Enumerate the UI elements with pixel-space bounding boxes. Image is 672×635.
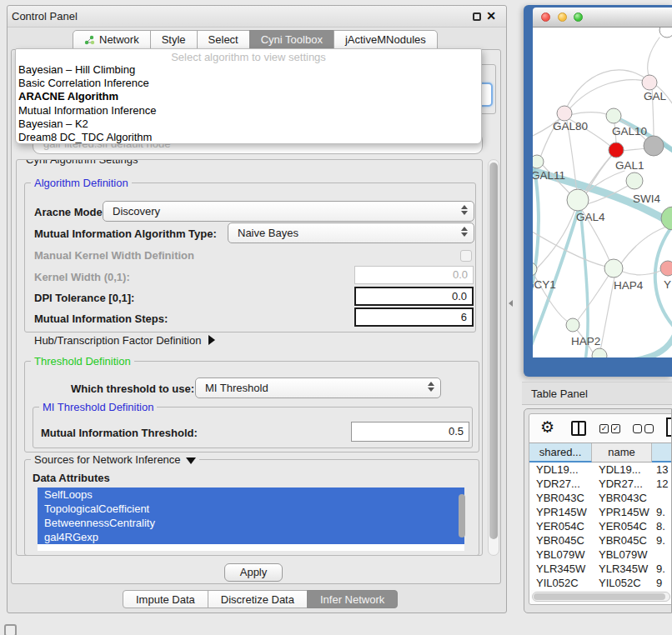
data-attributes-list[interactable]: SelfLoopsTopologicalCoefficientBetweenne… [38,488,464,551]
algorithm-option[interactable]: Basic Correlation Inference [16,77,481,90]
column-header-shared[interactable]: shared... [529,443,592,462]
dpi-tolerance-field[interactable]: 0.0 [354,287,474,306]
sources-group-title[interactable]: Sources for Network Inference [31,453,199,466]
minimized-panel-icon[interactable] [4,624,17,635]
checkbox-checked-icon[interactable]: ✓ [611,424,620,433]
apply-button[interactable]: Apply [224,563,283,582]
table-cell[interactable]: YDR27... [529,477,592,491]
settings-scrollbar[interactable] [488,159,499,556]
tab-select[interactable]: Select [197,30,250,49]
network-edge[interactable] [631,328,672,358]
hub-definition-expander[interactable]: Hub/Transcription Factor Definition [34,334,215,347]
table-cell[interactable]: YLR345W [592,562,652,576]
network-graph[interactable]: GALGAL80GAL10GAL1GAL11SWI4GAL4GCY1HAP4YH… [533,28,672,358]
network-edge[interactable] [569,112,609,115]
table-row[interactable]: YER054CYER054C8. [529,519,672,533]
table-cell[interactable]: YDR27... [592,477,652,491]
network-node-gal[interactable] [642,75,657,90]
table-cell[interactable]: YBL079W [529,548,592,562]
panel-divider-handle[interactable] [509,300,513,307]
table-row[interactable]: YPR145WYPR145W9. [529,505,672,519]
kernel-width-field[interactable]: 0.0 [354,266,474,284]
table-cell[interactable]: YBL079W [592,548,652,562]
table-row[interactable]: YIL052CYIL052C9 [529,576,672,590]
manual-kernel-checkbox[interactable] [460,250,472,262]
threshold-combo[interactable]: MI Threshold [195,378,441,398]
table-cell[interactable]: YBR043C [592,491,652,505]
network-node-gal11[interactable] [533,155,544,168]
tab-cyni-toolbox[interactable]: Cyni Toolbox [249,30,334,49]
table-cell[interactable]: YER054C [592,519,652,533]
table-row[interactable]: YBR045CYBR045C9. [529,533,672,548]
table-cell[interactable]: 13 [652,462,672,477]
table-cell[interactable]: 8. [652,519,672,533]
table-cell[interactable]: YDL19... [529,462,592,477]
table-cell[interactable]: YIL052C [529,576,592,590]
aracne-mode-combo[interactable]: Discovery [103,201,474,222]
table-cell[interactable]: YLR345W [529,562,592,576]
tab-impute-data[interactable]: Impute Data [123,590,208,608]
network-edge[interactable] [648,38,659,78]
attributes-scrollbar-thumb[interactable] [459,494,465,538]
collapsed-arrow-icon[interactable] [208,335,215,345]
settings-scrollbar-thumb[interactable] [489,162,498,539]
network-node[interactable] [644,136,664,156]
table-cell[interactable]: 9. [652,562,672,576]
table-cell[interactable]: 12 [652,477,672,491]
table-cell[interactable]: YPR145W [529,505,592,519]
network-window-titlebar[interactable] [533,8,672,28]
table-cell[interactable]: YBR045C [592,533,652,548]
table-cell[interactable]: YBR045C [529,533,592,548]
table-cell[interactable]: YER054C [529,519,592,533]
tab-infer-network[interactable]: Infer Network [307,590,398,608]
table-row[interactable]: YLR345WYLR345W9. [529,562,672,576]
table-row[interactable]: YBR043CYBR043C [529,491,672,505]
network-node-y[interactable] [660,261,672,276]
window-zoom-button[interactable] [574,12,583,22]
algorithm-option[interactable]: Bayesian – Hill Climbing [16,63,481,77]
network-node-gal4[interactable] [567,189,589,211]
network-node-gal1[interactable] [609,142,624,158]
table-horizontal-scrollbar[interactable] [532,592,670,602]
window-minimize-button[interactable] [558,12,567,22]
gear-icon[interactable]: ⚙ [540,418,554,437]
checkbox-unchecked-icon[interactable] [644,424,654,433]
table-cell[interactable] [652,491,672,505]
table-cell[interactable]: 9 [652,576,672,590]
table-row[interactable]: YDL19...YDL19...13 [529,462,672,477]
tab-discretize-data[interactable]: Discretize Data [208,590,308,608]
algorithm-option[interactable]: Bayesian – K2 [16,118,481,131]
table-cell[interactable]: 9. [652,533,672,548]
column-header-name[interactable]: name [592,443,652,462]
document-icon[interactable] [666,418,672,437]
network-node-swi4[interactable] [626,172,643,189]
tab-network[interactable]: Network [73,30,151,49]
column-header-extra[interactable] [652,443,672,462]
table-row[interactable]: YBL079WYBL079W [529,548,672,562]
table-cell[interactable] [652,548,672,562]
attribute-list-item[interactable]: gal4RGexp [38,530,464,544]
close-panel-icon[interactable]: ✕ [486,9,496,22]
table-cell[interactable]: 9. [652,505,672,519]
network-edge[interactable] [622,148,646,151]
checkbox-checked-icon[interactable]: ✓ [599,424,609,433]
table-row[interactable]: YDR27...YDR27...12 [529,477,672,491]
columns-icon[interactable] [571,421,586,436]
network-node[interactable] [592,348,607,358]
network-node-gal10[interactable] [606,108,621,123]
float-window-icon[interactable] [473,12,481,21]
table-cell[interactable]: YPR145W [592,505,652,519]
table-cell[interactable]: YDL19... [592,462,652,477]
mi-threshold-field[interactable]: 0.5 [351,422,469,442]
attribute-list-item[interactable]: TopologicalCoefficient [38,502,464,516]
table-cell[interactable]: YBR043C [529,491,592,505]
network-node-hap4[interactable] [604,259,623,278]
table-cell[interactable]: YIL052C [592,576,652,590]
algorithm-option[interactable]: Dream8 DC_TDC Algorithm [16,131,481,144]
network-node[interactable] [661,207,672,230]
window-close-button[interactable] [541,12,550,22]
mi-type-combo[interactable]: Naive Bayes [228,222,474,243]
expanded-arrow-icon[interactable] [186,458,196,464]
network-edge[interactable] [565,70,649,110]
network-edge[interactable] [567,80,649,112]
